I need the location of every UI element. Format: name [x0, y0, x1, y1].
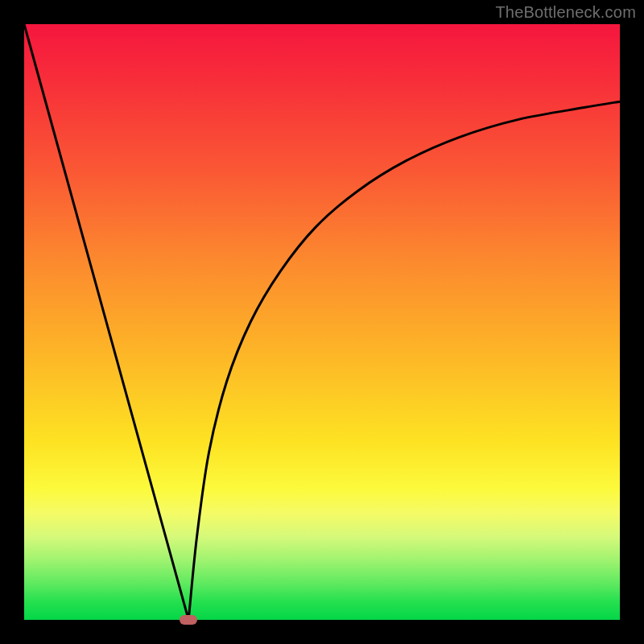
- curve-layer: [24, 24, 620, 620]
- chart-frame: TheBottleneck.com: [0, 0, 644, 644]
- watermark-text: TheBottleneck.com: [495, 3, 636, 22]
- min-marker: [180, 615, 197, 625]
- bottleneck-curve: [24, 24, 620, 620]
